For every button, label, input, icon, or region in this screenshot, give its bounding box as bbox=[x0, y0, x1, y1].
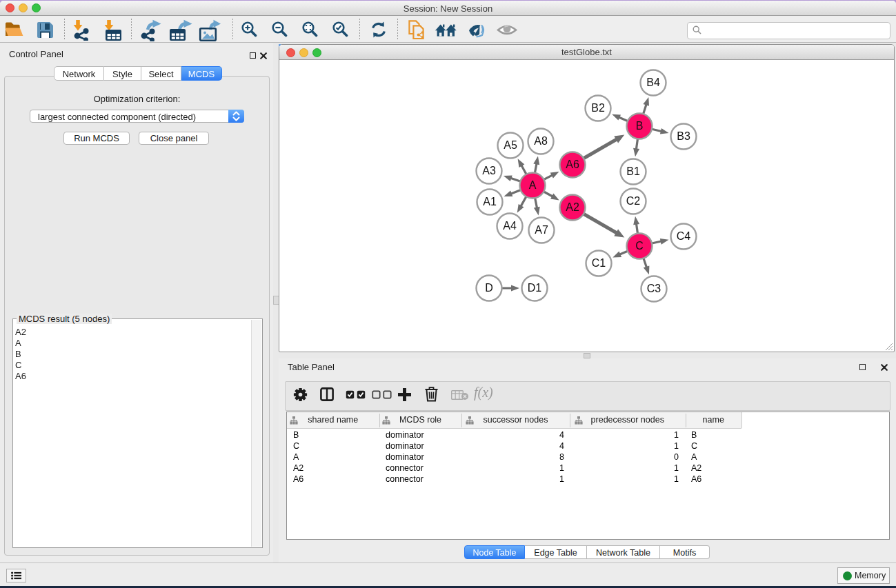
svg-text:A3: A3 bbox=[482, 165, 496, 176]
svg-text:B2: B2 bbox=[591, 102, 605, 114]
svg-text:B3: B3 bbox=[677, 130, 690, 142]
svg-text:A8: A8 bbox=[534, 135, 548, 147]
svg-text:A6: A6 bbox=[566, 159, 579, 170]
svg-text:C4: C4 bbox=[677, 230, 691, 242]
svg-text:A1: A1 bbox=[483, 196, 497, 207]
svg-text:D1: D1 bbox=[528, 282, 542, 294]
svg-text:A2: A2 bbox=[566, 201, 579, 213]
svg-text:A: A bbox=[529, 179, 537, 191]
svg-text:A7: A7 bbox=[535, 224, 548, 236]
svg-text:D: D bbox=[485, 282, 493, 294]
svg-text:A4: A4 bbox=[503, 220, 517, 232]
svg-text:B4: B4 bbox=[646, 77, 660, 88]
svg-text:B1: B1 bbox=[626, 165, 640, 177]
svg-text:B: B bbox=[636, 120, 644, 132]
svg-text:C3: C3 bbox=[647, 283, 661, 294]
svg-text:C1: C1 bbox=[592, 257, 606, 269]
svg-text:C2: C2 bbox=[626, 195, 641, 207]
svg-text:A5: A5 bbox=[504, 139, 517, 151]
svg-text:C: C bbox=[635, 240, 644, 252]
